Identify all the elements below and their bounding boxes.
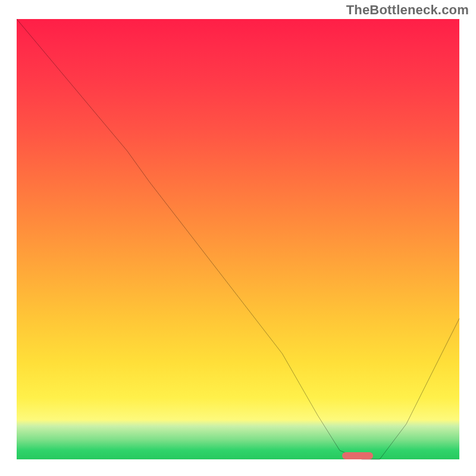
- plot-area: [17, 19, 459, 459]
- valley-marker: [342, 452, 373, 459]
- curve-path: [17, 19, 459, 459]
- chart-container: TheBottleneck.com: [0, 0, 476, 476]
- bottleneck-curve: [17, 19, 459, 459]
- watermark-label: TheBottleneck.com: [346, 2, 469, 18]
